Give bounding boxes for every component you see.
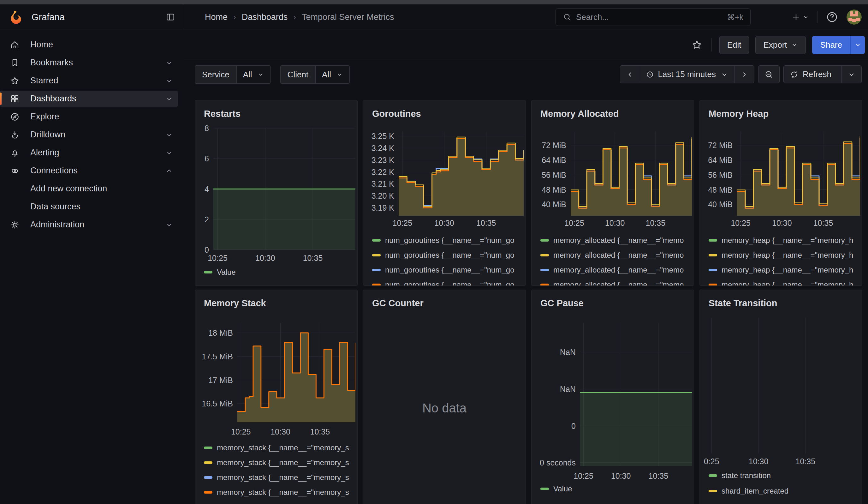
legend-item[interactable]: num_goroutines {__name__="num_go xyxy=(372,236,519,245)
y-axis-tick: 3.24 K xyxy=(363,144,394,153)
legend-item[interactable]: memory_heap {__name__="memory_h xyxy=(709,266,856,274)
panel-title[interactable]: Memory Allocated xyxy=(540,109,619,119)
legend-item[interactable]: memory_heap {__name__="memory_h xyxy=(709,281,856,286)
panel-title[interactable]: Goroutines xyxy=(372,109,421,119)
y-axis-tick: 17.5 MiB xyxy=(195,352,233,361)
legend-item[interactable]: state transition xyxy=(709,472,856,480)
share-options-button[interactable] xyxy=(850,36,865,54)
x-axis-tick: 10:35 xyxy=(806,218,840,228)
panel-gc-pause: GC PauseNaNNaN00 seconds10:2510:3010:35V… xyxy=(531,290,694,504)
y-axis-tick: 3.22 K xyxy=(363,168,394,177)
service-filter[interactable]: Service All xyxy=(195,65,271,84)
chart-plot-area[interactable] xyxy=(703,318,859,453)
legend-item[interactable]: num_goroutines {__name__="num_go xyxy=(372,266,519,274)
chevron-down-icon[interactable] xyxy=(165,95,173,103)
chevron-down-icon[interactable] xyxy=(165,77,173,85)
user-avatar[interactable] xyxy=(847,10,862,25)
panel-title[interactable]: State Transition xyxy=(709,298,777,309)
dock-sidebar-toggle[interactable] xyxy=(164,10,177,24)
panel-title[interactable]: Memory Heap xyxy=(709,109,768,119)
legend-item[interactable]: memory_heap {__name__="memory_h xyxy=(709,251,856,259)
share-button[interactable]: Share xyxy=(812,36,850,54)
legend-item[interactable]: memory_stack {__name__="memory_s xyxy=(204,444,351,452)
time-range-picker[interactable]: Last 15 minutes xyxy=(640,66,734,83)
legend-item[interactable]: memory_stack {__name__="memory_s xyxy=(204,488,351,496)
sidebar-item-data-sources[interactable]: Data sources xyxy=(6,199,178,215)
zoom-out-button[interactable] xyxy=(758,66,779,83)
x-axis-tick: 10:30 xyxy=(603,472,638,481)
breadcrumb-home[interactable]: Home xyxy=(205,12,228,22)
client-filter[interactable]: Client All xyxy=(280,65,350,84)
legend-item[interactable]: memory_allocated {__name__="memo xyxy=(540,251,688,259)
help-button[interactable] xyxy=(826,11,838,23)
export-button[interactable]: Export xyxy=(755,36,806,54)
panel-title[interactable]: GC Counter xyxy=(372,298,424,309)
sidebar-item-connections[interactable]: Connections xyxy=(6,163,178,179)
legend-item[interactable]: Value xyxy=(540,485,688,493)
legend-label: num_goroutines {__name__="num_go xyxy=(385,236,515,245)
chart-plot-area[interactable] xyxy=(213,128,355,250)
legend-swatch-icon xyxy=(540,269,549,271)
chevron-up-icon[interactable] xyxy=(165,167,173,175)
legend-label: memory_stack {__name__="memory_s xyxy=(217,488,349,496)
y-axis-tick: 0 xyxy=(531,422,576,431)
favorite-dashboard-button[interactable] xyxy=(690,38,704,52)
sidebar-item-alerting[interactable]: Alerting xyxy=(6,145,178,161)
chart-plot-area[interactable] xyxy=(571,132,692,216)
client-filter-value[interactable]: All xyxy=(316,66,349,83)
edit-button[interactable]: Edit xyxy=(719,36,749,54)
legend-item[interactable]: memory_allocated {__name__="memo xyxy=(540,266,688,274)
panel-title[interactable]: Restarts xyxy=(204,109,240,119)
chevron-left-icon xyxy=(626,70,634,79)
sidebar-item-label: Bookmarks xyxy=(30,58,73,68)
y-axis-tick: 64 MiB xyxy=(531,156,566,165)
sidebar-item-administration[interactable]: Administration xyxy=(6,217,178,233)
chevron-down-icon[interactable] xyxy=(165,131,173,139)
y-axis-tick: 8 xyxy=(195,124,209,133)
search-input[interactable]: Search... ⌘+k xyxy=(556,8,751,26)
legend-item[interactable]: Value xyxy=(204,268,351,276)
time-shift-back-button[interactable] xyxy=(620,66,640,83)
legend-item[interactable]: num_goroutines {__name__="num_go xyxy=(372,281,519,286)
sidebar-item-label: Alerting xyxy=(30,148,59,157)
legend-item[interactable]: memory_allocated {__name__="memo xyxy=(540,281,688,286)
legend-item[interactable]: memory_heap {__name__="memory_h xyxy=(709,236,856,245)
refresh-button[interactable]: Refresh xyxy=(784,66,842,83)
service-filter-value[interactable]: All xyxy=(237,66,270,83)
sidebar-item-home[interactable]: Home xyxy=(6,37,178,53)
y-axis-tick: 56 MiB xyxy=(700,171,733,180)
breadcrumb-dashboards[interactable]: Dashboards xyxy=(242,12,288,22)
sidebar-item-bookmarks[interactable]: Bookmarks xyxy=(6,55,178,71)
chevron-down-icon[interactable] xyxy=(165,59,173,67)
legend-item[interactable]: shard_item_created xyxy=(709,487,856,495)
panel-title[interactable]: Memory Stack xyxy=(204,298,266,309)
legend-item[interactable]: memory_allocated {__name__="memo xyxy=(540,236,688,245)
legend-item[interactable]: num_goroutines {__name__="num_go xyxy=(372,251,519,259)
refresh-interval-button[interactable] xyxy=(842,66,861,83)
sidebar-item-explore[interactable]: Explore xyxy=(6,109,178,125)
legend-label: memory_heap {__name__="memory_h xyxy=(722,251,853,259)
sidebar-item-drilldown[interactable]: Drilldown xyxy=(6,127,178,143)
x-axis-tick: 10:30 xyxy=(741,457,776,466)
legend-label: memory_heap {__name__="memory_h xyxy=(722,281,853,286)
variable-filters: Service All Client All xyxy=(195,65,350,84)
panel-title[interactable]: GC Pause xyxy=(540,298,583,309)
chevron-down-icon[interactable] xyxy=(165,221,173,229)
chart-plot-area[interactable] xyxy=(737,132,860,216)
legend-label: Value xyxy=(553,485,572,493)
chart-plot-area[interactable] xyxy=(237,323,355,422)
sidebar-item-starred[interactable]: Starred xyxy=(6,73,178,89)
chevron-down-icon[interactable] xyxy=(165,149,173,157)
panel-state-transition: State Transition0:2510:3010:35state tran… xyxy=(700,290,862,504)
sidebar-item-dashboards[interactable]: Dashboards xyxy=(0,91,178,107)
legend-label: num_goroutines {__name__="num_go xyxy=(385,251,515,259)
legend-item[interactable]: memory_stack {__name__="memory_s xyxy=(204,459,351,467)
add-new-button[interactable] xyxy=(791,12,809,22)
legend-item[interactable]: memory_stack {__name__="memory_s xyxy=(204,473,351,482)
sidebar-item-add-new-connection[interactable]: Add new connection xyxy=(6,181,178,197)
chart-plot-area[interactable] xyxy=(399,132,524,216)
x-axis-tick: 10:35 xyxy=(296,254,330,263)
time-shift-forward-button[interactable] xyxy=(734,66,754,83)
chart-plot-area[interactable] xyxy=(580,323,692,466)
y-axis-tick: 3.20 K xyxy=(363,192,394,200)
